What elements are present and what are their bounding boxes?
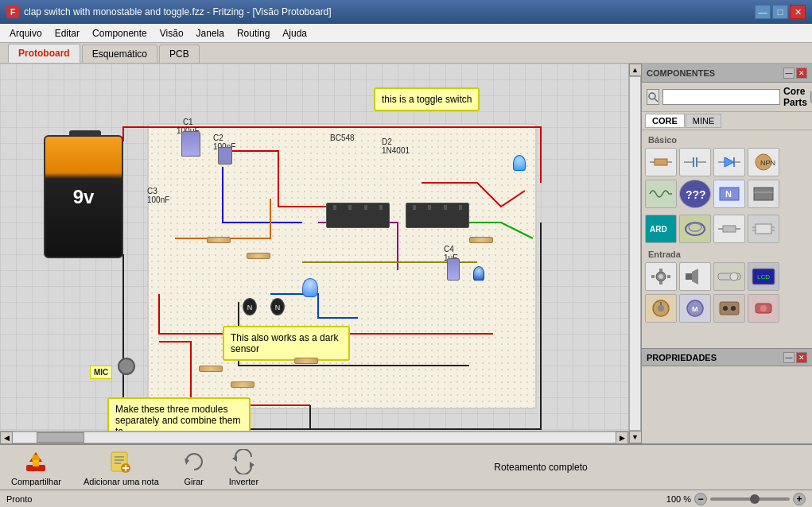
part-capacitor[interactable] <box>679 148 711 176</box>
vscroll-down-button[interactable]: ▼ <box>629 431 642 443</box>
bc548-label: BC548 <box>330 134 355 142</box>
menu-editar[interactable]: Editar <box>49 26 86 41</box>
search-icon <box>647 91 659 103</box>
battery-label: 9v <box>73 186 95 208</box>
search-button[interactable] <box>647 89 659 105</box>
filter-core[interactable]: CORE <box>645 114 685 128</box>
mic-component[interactable] <box>118 358 135 375</box>
add-note-button[interactable]: Adicionar uma nota <box>79 446 164 490</box>
part-connector[interactable] <box>713 294 745 323</box>
part-led[interactable] <box>713 148 745 176</box>
svg-rect-35 <box>651 275 655 278</box>
c1-component[interactable] <box>181 131 200 157</box>
part-ic2[interactable] <box>748 215 779 243</box>
flip-button[interactable]: Inverter <box>224 446 263 490</box>
vscroll-track[interactable] <box>629 76 641 431</box>
part-transistor[interactable]: NPN <box>748 148 779 176</box>
right-panel: COMPONENTES — ✕ Core Parts ▼ <box>641 64 812 443</box>
share-button[interactable]: Compartilhar <box>6 446 66 490</box>
props-close-button[interactable]: ✕ <box>796 352 807 363</box>
transistor2-component[interactable]: N <box>270 298 285 315</box>
minimize-button[interactable]: — <box>755 5 771 19</box>
part-mystery[interactable]: ??? <box>679 180 711 208</box>
c2-component[interactable] <box>218 147 232 164</box>
resistor6[interactable] <box>469 237 493 243</box>
svg-text:???: ??? <box>686 188 706 201</box>
resistor5[interactable] <box>294 358 318 364</box>
part-knob[interactable] <box>645 294 677 323</box>
led2-component[interactable] <box>473 266 484 281</box>
svg-rect-24 <box>723 226 736 232</box>
menu-componente[interactable]: Componente <box>86 26 153 41</box>
part-resistor2[interactable] <box>713 215 745 243</box>
panel-minimize-button[interactable]: — <box>783 68 795 79</box>
part-switch[interactable] <box>713 262 745 291</box>
tab-esquematico[interactable]: Esquemático <box>82 45 157 63</box>
canvas-area[interactable]: 9v <box>0 64 628 443</box>
part-arduino[interactable]: ARD <box>645 215 677 243</box>
hscroll-right-button[interactable]: ▶ <box>616 432 628 444</box>
svg-point-50 <box>731 306 736 311</box>
props-minimize-button[interactable]: — <box>783 352 795 363</box>
section-basico: Básico <box>645 134 809 210</box>
menu-ajuda[interactable]: Ajuda <box>276 26 313 41</box>
rotate-button[interactable]: Girar <box>177 446 212 490</box>
part-speaker[interactable] <box>679 262 711 291</box>
menu-janela[interactable]: Janela <box>190 26 231 41</box>
filter-mine[interactable]: MINE <box>686 114 722 128</box>
battery-component[interactable]: 9v <box>44 135 123 258</box>
zoom-thumb[interactable] <box>750 494 760 504</box>
transistor1-component[interactable]: N <box>243 298 257 315</box>
add-note-icon <box>108 449 134 474</box>
rotate-icon <box>181 449 207 474</box>
hscroll-track[interactable] <box>13 432 616 443</box>
led-component[interactable] <box>513 155 526 171</box>
resistor1[interactable] <box>207 237 231 243</box>
menu-arquivo[interactable]: Arquivo <box>3 26 49 41</box>
part-box-component[interactable] <box>748 180 779 208</box>
part-coil[interactable] <box>679 215 711 243</box>
panel-close-button[interactable]: ✕ <box>796 68 807 79</box>
app-icon: F <box>6 6 19 18</box>
zoom-slider[interactable] <box>710 497 790 501</box>
close-button[interactable]: ✕ <box>790 5 806 19</box>
gear-icon <box>648 265 674 288</box>
zoom-plus-button[interactable]: + <box>793 493 806 505</box>
resistor2-icon <box>717 218 742 240</box>
c3-label: C3100nF <box>147 187 169 204</box>
search-input[interactable] <box>662 89 780 105</box>
vscroll-up-button[interactable]: ▲ <box>629 64 642 76</box>
ic2-component[interactable] <box>406 203 469 228</box>
part-n-component[interactable]: N <box>713 180 745 208</box>
tab-pcb[interactable]: PCB <box>159 45 200 63</box>
resistor2[interactable] <box>247 253 270 259</box>
maximize-button[interactable]: □ <box>772 5 788 19</box>
section-arduino: ARD <box>645 213 809 245</box>
menu-routing[interactable]: Routing <box>231 26 276 41</box>
tab-protoboard[interactable]: Protoboard <box>8 44 80 63</box>
resistor4[interactable] <box>231 381 254 388</box>
part-inductor[interactable] <box>645 180 677 208</box>
status-bar: Pronto 100 % − + <box>0 490 812 507</box>
part-display[interactable]: LCD <box>748 262 779 291</box>
arduino-row: ARD <box>645 213 809 245</box>
titlebar-controls: — □ ✕ <box>755 5 806 19</box>
resistor3[interactable] <box>199 366 223 372</box>
svg-marker-10 <box>725 157 734 167</box>
part-motor[interactable]: M <box>679 294 711 323</box>
part-button[interactable] <box>748 294 779 323</box>
part-gear[interactable] <box>645 262 677 291</box>
c4-component[interactable] <box>447 258 460 281</box>
ic1-component[interactable] <box>326 203 390 228</box>
inductor-icon <box>648 183 674 205</box>
title-bar: F clap switch with monostable and toggle… <box>0 0 812 24</box>
part-resistor[interactable] <box>645 148 677 176</box>
properties-content <box>642 366 812 373</box>
basico-row2: ??? N <box>645 178 809 210</box>
led3-component[interactable] <box>302 278 318 297</box>
hscroll-thumb[interactable] <box>37 432 84 443</box>
menu-visao[interactable]: Visão <box>153 26 190 41</box>
svg-text:N: N <box>725 189 732 199</box>
hscroll-left-button[interactable]: ◀ <box>0 432 13 444</box>
zoom-minus-button[interactable]: − <box>694 493 707 505</box>
